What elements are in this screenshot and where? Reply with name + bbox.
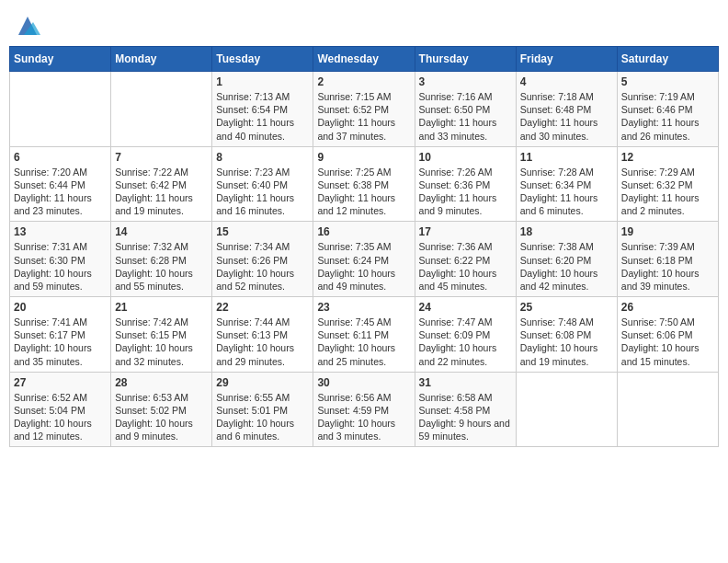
day-number: 20 <box>14 301 107 314</box>
day-cell: 5Sunrise: 7:19 AM Sunset: 6:46 PM Daylig… <box>617 72 718 147</box>
day-info: Sunrise: 7:34 AM Sunset: 6:26 PM Dayligh… <box>216 240 309 293</box>
day-cell: 27Sunrise: 6:52 AM Sunset: 5:04 PM Dayli… <box>10 372 111 447</box>
week-row-4: 20Sunrise: 7:41 AM Sunset: 6:17 PM Dayli… <box>10 297 719 373</box>
calendar-table: SundayMondayTuesdayWednesdayThursdayFrid… <box>9 46 719 447</box>
day-info: Sunrise: 7:18 AM Sunset: 6:48 PM Dayligh… <box>520 90 613 143</box>
logo-icon <box>15 13 40 39</box>
day-info: Sunrise: 7:45 AM Sunset: 6:11 PM Dayligh… <box>317 316 410 368</box>
day-number: 18 <box>520 225 613 238</box>
day-cell <box>516 372 617 447</box>
header-cell-sunday: Sunday <box>10 47 111 72</box>
day-cell: 14Sunrise: 7:32 AM Sunset: 6:28 PM Dayli… <box>111 222 212 297</box>
day-number: 30 <box>317 376 410 389</box>
day-info: Sunrise: 7:13 AM Sunset: 6:54 PM Dayligh… <box>216 90 309 143</box>
day-info: Sunrise: 7:23 AM Sunset: 6:40 PM Dayligh… <box>216 166 309 218</box>
day-cell: 28Sunrise: 6:53 AM Sunset: 5:02 PM Dayli… <box>111 372 212 447</box>
day-cell <box>617 372 718 447</box>
day-info: Sunrise: 7:31 AM Sunset: 6:30 PM Dayligh… <box>14 240 107 293</box>
day-cell: 1Sunrise: 7:13 AM Sunset: 6:54 PM Daylig… <box>212 72 313 147</box>
header-cell-friday: Friday <box>516 47 617 72</box>
day-info: Sunrise: 7:42 AM Sunset: 6:15 PM Dayligh… <box>115 316 208 368</box>
day-info: Sunrise: 7:29 AM Sunset: 6:32 PM Dayligh… <box>621 166 714 218</box>
day-cell: 29Sunrise: 6:55 AM Sunset: 5:01 PM Dayli… <box>212 372 313 447</box>
header-cell-wednesday: Wednesday <box>313 47 415 72</box>
day-number: 17 <box>419 225 512 238</box>
day-number: 26 <box>621 301 714 314</box>
day-number: 3 <box>419 75 512 88</box>
header-cell-thursday: Thursday <box>415 47 516 72</box>
day-number: 23 <box>317 301 410 314</box>
day-cell: 8Sunrise: 7:23 AM Sunset: 6:40 PM Daylig… <box>212 146 313 222</box>
day-cell: 25Sunrise: 7:48 AM Sunset: 6:08 PM Dayli… <box>516 297 617 373</box>
day-cell: 17Sunrise: 7:36 AM Sunset: 6:22 PM Dayli… <box>415 222 516 297</box>
day-cell: 26Sunrise: 7:50 AM Sunset: 6:06 PM Dayli… <box>617 297 718 373</box>
day-info: Sunrise: 7:36 AM Sunset: 6:22 PM Dayligh… <box>419 240 512 293</box>
day-info: Sunrise: 7:26 AM Sunset: 6:36 PM Dayligh… <box>419 166 512 218</box>
week-row-1: 1Sunrise: 7:13 AM Sunset: 6:54 PM Daylig… <box>10 72 719 147</box>
day-number: 13 <box>14 225 107 238</box>
day-cell: 4Sunrise: 7:18 AM Sunset: 6:48 PM Daylig… <box>516 72 617 147</box>
day-number: 28 <box>115 376 208 389</box>
day-info: Sunrise: 7:35 AM Sunset: 6:24 PM Dayligh… <box>317 240 410 293</box>
day-number: 8 <box>216 151 309 164</box>
day-number: 24 <box>419 301 512 314</box>
day-info: Sunrise: 7:47 AM Sunset: 6:09 PM Dayligh… <box>419 316 512 368</box>
week-row-5: 27Sunrise: 6:52 AM Sunset: 5:04 PM Dayli… <box>10 372 719 447</box>
header-cell-tuesday: Tuesday <box>212 47 313 72</box>
day-number: 12 <box>621 151 714 164</box>
week-row-3: 13Sunrise: 7:31 AM Sunset: 6:30 PM Dayli… <box>10 222 719 297</box>
day-info: Sunrise: 6:52 AM Sunset: 5:04 PM Dayligh… <box>14 391 107 443</box>
day-number: 14 <box>115 225 208 238</box>
day-cell: 22Sunrise: 7:44 AM Sunset: 6:13 PM Dayli… <box>212 297 313 373</box>
day-cell <box>10 72 111 147</box>
day-cell: 9Sunrise: 7:25 AM Sunset: 6:38 PM Daylig… <box>313 146 415 222</box>
day-cell: 23Sunrise: 7:45 AM Sunset: 6:11 PM Dayli… <box>313 297 415 373</box>
day-cell: 13Sunrise: 7:31 AM Sunset: 6:30 PM Dayli… <box>10 222 111 297</box>
day-number: 22 <box>216 301 309 314</box>
day-info: Sunrise: 7:25 AM Sunset: 6:38 PM Dayligh… <box>317 166 410 218</box>
day-number: 15 <box>216 225 309 238</box>
day-cell: 20Sunrise: 7:41 AM Sunset: 6:17 PM Dayli… <box>10 297 111 373</box>
day-cell: 11Sunrise: 7:28 AM Sunset: 6:34 PM Dayli… <box>516 146 617 222</box>
day-info: Sunrise: 7:39 AM Sunset: 6:18 PM Dayligh… <box>621 240 714 293</box>
day-info: Sunrise: 7:41 AM Sunset: 6:17 PM Dayligh… <box>14 316 107 368</box>
day-info: Sunrise: 7:38 AM Sunset: 6:20 PM Dayligh… <box>520 240 613 293</box>
day-cell: 3Sunrise: 7:16 AM Sunset: 6:50 PM Daylig… <box>415 72 516 147</box>
day-number: 16 <box>317 225 410 238</box>
day-number: 11 <box>520 151 613 164</box>
day-cell: 12Sunrise: 7:29 AM Sunset: 6:32 PM Dayli… <box>617 146 718 222</box>
header-row: SundayMondayTuesdayWednesdayThursdayFrid… <box>10 47 719 72</box>
day-cell: 10Sunrise: 7:26 AM Sunset: 6:36 PM Dayli… <box>415 146 516 222</box>
day-info: Sunrise: 7:48 AM Sunset: 6:08 PM Dayligh… <box>520 316 613 368</box>
day-info: Sunrise: 7:32 AM Sunset: 6:28 PM Dayligh… <box>115 240 208 293</box>
day-info: Sunrise: 6:58 AM Sunset: 4:58 PM Dayligh… <box>419 391 512 443</box>
day-number: 10 <box>419 151 512 164</box>
day-info: Sunrise: 7:15 AM Sunset: 6:52 PM Dayligh… <box>317 90 410 143</box>
week-row-2: 6Sunrise: 7:20 AM Sunset: 6:44 PM Daylig… <box>10 146 719 222</box>
day-number: 29 <box>216 376 309 389</box>
day-cell: 6Sunrise: 7:20 AM Sunset: 6:44 PM Daylig… <box>10 146 111 222</box>
day-number: 6 <box>14 151 107 164</box>
day-info: Sunrise: 7:44 AM Sunset: 6:13 PM Dayligh… <box>216 316 309 368</box>
day-number: 27 <box>14 376 107 389</box>
day-cell: 24Sunrise: 7:47 AM Sunset: 6:09 PM Dayli… <box>415 297 516 373</box>
logo <box>13 13 40 39</box>
day-cell: 31Sunrise: 6:58 AM Sunset: 4:58 PM Dayli… <box>415 372 516 447</box>
day-number: 5 <box>621 75 714 88</box>
day-cell: 21Sunrise: 7:42 AM Sunset: 6:15 PM Dayli… <box>111 297 212 373</box>
day-number: 7 <box>115 151 208 164</box>
day-number: 9 <box>317 151 410 164</box>
day-number: 25 <box>520 301 613 314</box>
day-cell <box>111 72 212 147</box>
day-number: 21 <box>115 301 208 314</box>
day-cell: 7Sunrise: 7:22 AM Sunset: 6:42 PM Daylig… <box>111 146 212 222</box>
day-info: Sunrise: 7:16 AM Sunset: 6:50 PM Dayligh… <box>419 90 512 143</box>
day-info: Sunrise: 6:53 AM Sunset: 5:02 PM Dayligh… <box>115 391 208 443</box>
day-number: 19 <box>621 225 714 238</box>
day-cell: 2Sunrise: 7:15 AM Sunset: 6:52 PM Daylig… <box>313 72 415 147</box>
day-info: Sunrise: 6:55 AM Sunset: 5:01 PM Dayligh… <box>216 391 309 443</box>
header-cell-monday: Monday <box>111 47 212 72</box>
day-number: 4 <box>520 75 613 88</box>
day-number: 1 <box>216 75 309 88</box>
day-cell: 15Sunrise: 7:34 AM Sunset: 6:26 PM Dayli… <box>212 222 313 297</box>
